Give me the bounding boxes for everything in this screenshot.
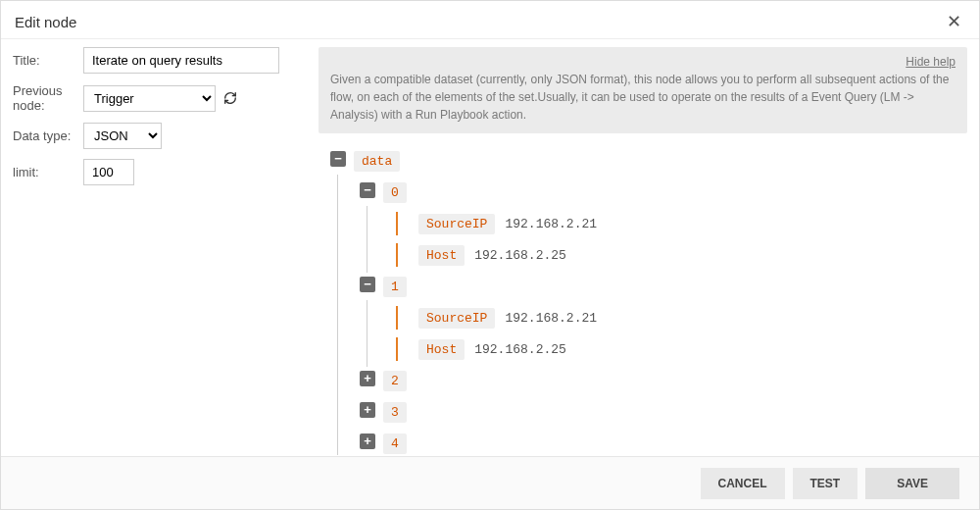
tree-indent [389,210,418,237]
tree-value: 192.168.2.21 [505,311,597,326]
close-icon[interactable]: ✕ [943,11,965,32]
data-type-select[interactable]: JSON [83,123,162,149]
tree-indent [330,273,360,300]
expand-icon[interactable]: + [360,434,375,449]
limit-label: limit: [13,165,83,179]
tree-indent [330,210,360,237]
tree-indent [360,241,389,269]
limit-input[interactable] [83,159,134,185]
tree-indent [330,304,360,332]
edit-node-modal: Edit node ✕ Title: Previous node: Trigge… [0,0,980,510]
cancel-button[interactable]: CANCEL [701,468,785,499]
hide-help-link[interactable]: Hide help [906,53,956,71]
tree-key[interactable]: 0 [383,182,407,203]
save-button[interactable]: SAVE [865,468,959,499]
help-box: Hide help Given a compatible dataset (cu… [318,47,967,133]
tree-key[interactable]: 1 [383,277,407,297]
title-label: Title: [13,53,83,68]
modal-title: Edit node [15,14,76,30]
tree-value: 192.168.2.25 [474,248,566,263]
modal-body: Title: Previous node: Trigger [1,39,979,455]
collapse-icon[interactable]: − [330,151,346,167]
tree-item: +2 [330,367,967,394]
tree-value: 192.168.2.21 [505,217,597,231]
tree-key[interactable]: SourceIP [418,308,495,329]
tree-indent [360,304,389,332]
tree-indent [389,335,418,363]
tree-key[interactable]: 2 [383,371,407,391]
tree-field: Host192.168.2.25 [330,241,967,269]
tree-indent [330,367,360,394]
title-input[interactable] [83,47,279,74]
tree-field: SourceIP192.168.2.21 [330,304,967,332]
modal-footer: CANCEL TEST SAVE [1,456,979,509]
tree-root: −data [330,147,967,175]
tree-value: 192.168.2.25 [474,342,566,357]
tree-field: Host192.168.2.25 [330,335,967,363]
tree-item: −1 [330,273,967,300]
tree-indent [389,241,418,269]
tree-key[interactable]: 4 [383,434,407,454]
row-title: Title: [13,47,307,74]
prev-node-label: Previous node: [13,83,83,113]
json-tree: −data−0SourceIP192.168.2.21Host192.168.2… [318,147,967,455]
form-panel: Title: Previous node: Trigger [13,47,307,455]
tree-key[interactable]: SourceIP [418,214,495,234]
collapse-icon[interactable]: − [360,277,375,292]
tree-field: SourceIP192.168.2.21 [330,210,967,237]
tree-indent [330,335,360,363]
tree-item: −0 [330,178,967,206]
tree-indent [330,398,360,426]
tree-key[interactable]: Host [418,339,465,360]
help-text: Given a compatible dataset (currently, o… [330,71,956,124]
test-button[interactable]: TEST [793,468,858,499]
expand-icon[interactable]: + [360,402,375,418]
prev-node-select[interactable]: Trigger [83,85,216,112]
collapse-icon[interactable]: − [360,182,375,198]
tree-indent [360,210,389,237]
row-limit: limit: [13,159,307,185]
tree-item: +4 [330,430,967,455]
data-type-label: Data type: [13,128,83,143]
tree-indent [360,335,389,363]
row-data-type: Data type: JSON [13,123,307,149]
tree-indent [330,241,360,269]
tree-indent [330,430,360,455]
tree-key[interactable]: 3 [383,402,407,423]
tree-key[interactable]: data [354,151,400,172]
preview-panel: Hide help Given a compatible dataset (cu… [307,47,967,455]
modal-header: Edit node ✕ [1,1,979,39]
tree-key[interactable]: Host [418,245,465,266]
tree-indent [389,304,418,332]
tree-item: +3 [330,398,967,426]
refresh-icon[interactable] [221,89,239,107]
tree-indent [330,178,360,206]
expand-icon[interactable]: + [360,371,375,386]
row-prev-node: Previous node: Trigger [13,83,307,113]
